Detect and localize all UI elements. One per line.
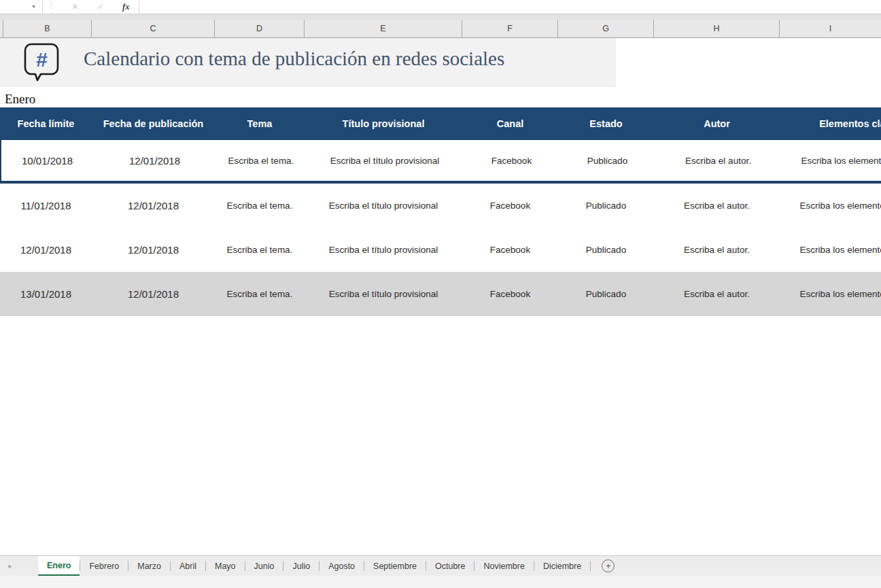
- cell-autor[interactable]: Escriba el autor.: [654, 272, 780, 316]
- sheet-tab-julio[interactable]: Julio: [283, 556, 319, 576]
- table-header-cell[interactable]: Estado: [558, 107, 654, 140]
- cancel-icon[interactable]: ✕: [72, 3, 79, 11]
- table-row: 11/01/2018 12/01/2018 Escriba el tema. E…: [0, 184, 881, 228]
- table-header-cell[interactable]: Elementos clave: [780, 107, 881, 140]
- sheet-tab-bar: ▸ Enero Febrero Marzo Abril Mayo Junio J…: [0, 555, 881, 576]
- cell-autor[interactable]: Escriba el autor.: [654, 184, 780, 228]
- cell-estado[interactable]: Publicado: [558, 228, 654, 272]
- cell-elementos[interactable]: Escriba los elementos clave.: [780, 228, 881, 272]
- cell-canal[interactable]: Facebook: [462, 272, 558, 316]
- name-box-dropdown-icon[interactable]: ▼: [31, 4, 36, 9]
- cell-autor[interactable]: Escriba el autor.: [654, 228, 780, 272]
- tab-spacer: [20, 556, 38, 576]
- cell-elementos[interactable]: Escriba los elementos clave.: [780, 272, 881, 316]
- cell-elementos[interactable]: Escriba los elementos clave.: [781, 140, 881, 181]
- cell-fecha-publicacion[interactable]: 12/01/2018: [92, 228, 215, 272]
- column-header-h[interactable]: H: [654, 20, 780, 37]
- tab-divider: [590, 561, 591, 571]
- cell-titulo[interactable]: Escriba el título provisional: [305, 228, 462, 272]
- table-header-cell[interactable]: Título provisional: [305, 107, 462, 140]
- cell-titulo[interactable]: Escriba el título provisional: [306, 140, 464, 181]
- sheet-tab-mayo[interactable]: Mayo: [206, 556, 245, 576]
- cell-fecha-limite[interactable]: 10/01/2018: [1, 140, 93, 181]
- cell-autor[interactable]: Escriba el autor.: [655, 140, 781, 181]
- formula-buttons: ✕ ✓ fx: [63, 0, 139, 14]
- sheet-tab-octubre[interactable]: Octubre: [426, 556, 474, 576]
- status-bar: [0, 576, 881, 588]
- formula-bar-strip: ▼ ⋮ ✕ ✓ fx: [0, 0, 881, 14]
- calendar-table: Fecha límite Fecha de publicación Tema T…: [0, 107, 881, 316]
- column-header-g[interactable]: G: [558, 20, 654, 37]
- cell-tema[interactable]: Escriba el tema.: [215, 272, 305, 316]
- formula-input[interactable]: [139, 0, 881, 14]
- table-row: 10/01/2018 12/01/2018 Escriba el tema. E…: [0, 140, 881, 184]
- sheet-tab-junio[interactable]: Junio: [245, 556, 283, 576]
- cell-estado[interactable]: Publicado: [558, 272, 654, 316]
- toolbar-gap: [0, 14, 881, 20]
- sheet-tab-marzo[interactable]: Marzo: [128, 556, 170, 576]
- cell-fecha-limite[interactable]: 11/01/2018: [0, 184, 92, 228]
- column-header-b[interactable]: B: [3, 20, 92, 37]
- cell-fecha-publicacion[interactable]: 12/01/2018: [92, 272, 215, 316]
- table-header-cell[interactable]: Canal: [462, 107, 558, 140]
- cell-estado[interactable]: Publicado: [558, 184, 654, 228]
- cell-elementos[interactable]: Escriba los elementos clave.: [780, 184, 881, 228]
- cell-canal[interactable]: Facebook: [462, 184, 558, 228]
- sheet-tab-febrero[interactable]: Febrero: [80, 556, 128, 576]
- enter-icon[interactable]: ✓: [97, 3, 104, 11]
- title-banner: # Calendario con tema de publicación en …: [0, 38, 616, 87]
- cell-titulo[interactable]: Escriba el título provisional: [305, 184, 462, 228]
- insert-function-icon[interactable]: fx: [122, 3, 129, 12]
- table-header-cell[interactable]: Fecha de publicación: [92, 107, 215, 140]
- add-sheet-icon[interactable]: +: [602, 559, 615, 572]
- formula-bar-handle-icon[interactable]: ⋮: [48, 2, 55, 10]
- cell-titulo[interactable]: Escriba el título provisional: [305, 272, 462, 316]
- sheet-nav-right-icon[interactable]: ▸: [0, 556, 20, 576]
- column-header-row: B C D E F G H I: [0, 20, 881, 38]
- column-header-f[interactable]: F: [462, 20, 558, 37]
- table-header-row: Fecha límite Fecha de publicación Tema T…: [0, 107, 881, 140]
- table-row: 12/01/2018 12/01/2018 Escriba el tema. E…: [0, 228, 881, 272]
- sheet-tab-abril[interactable]: Abril: [171, 556, 205, 576]
- column-header-i[interactable]: I: [780, 20, 881, 37]
- cell-tema[interactable]: Escriba el tema.: [216, 140, 306, 181]
- sheet-tab-noviembre[interactable]: Noviembre: [474, 556, 533, 576]
- cell-estado[interactable]: Publicado: [559, 140, 655, 181]
- column-header-e[interactable]: E: [305, 20, 462, 37]
- sheet-tab-diciembre[interactable]: Diciembre: [534, 556, 590, 576]
- column-header-d[interactable]: D: [215, 20, 305, 37]
- cell-fecha-limite[interactable]: 13/01/2018: [0, 272, 92, 316]
- sheet-tab-agosto[interactable]: Agosto: [319, 556, 364, 576]
- svg-text:#: #: [36, 48, 48, 71]
- month-heading: Enero: [5, 92, 35, 107]
- cell-fecha-publicacion[interactable]: 12/01/2018: [92, 184, 215, 228]
- cell-tema[interactable]: Escriba el tema.: [215, 228, 305, 272]
- sheet-tab-enero[interactable]: Enero: [38, 556, 80, 576]
- cell-canal[interactable]: Facebook: [462, 228, 558, 272]
- sheet-tab-septiembre[interactable]: Septiembre: [364, 556, 426, 576]
- table-header-cell[interactable]: Autor: [654, 107, 780, 140]
- table-row-highlighted: 13/01/2018 12/01/2018 Escriba el tema. E…: [0, 272, 881, 316]
- table-header-cell[interactable]: Fecha límite: [0, 107, 92, 140]
- hashtag-speech-bubble-icon: #: [22, 42, 61, 86]
- table-header-cell[interactable]: Tema: [215, 107, 305, 140]
- page-title: Calendario con tema de publicación en re…: [84, 48, 504, 70]
- cell-canal[interactable]: Facebook: [464, 140, 559, 181]
- cell-fecha-publicacion[interactable]: 12/01/2018: [93, 140, 216, 181]
- cell-fecha-limite[interactable]: 12/01/2018: [0, 228, 92, 272]
- cell-tema[interactable]: Escriba el tema.: [215, 184, 305, 228]
- column-header-c[interactable]: C: [92, 20, 215, 37]
- name-box[interactable]: ▼: [0, 0, 43, 14]
